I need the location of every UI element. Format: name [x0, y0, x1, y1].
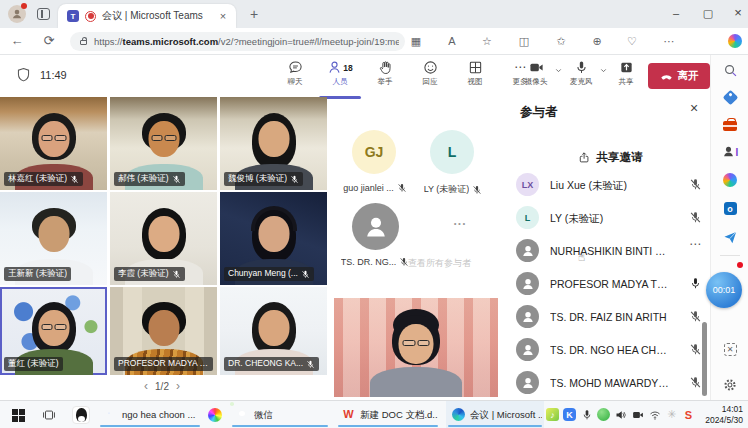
participant-row[interactable]: L LY (未验证) — [512, 203, 708, 233]
mic-muted-icon — [172, 270, 181, 279]
window-maximize-button[interactable]: ▢ — [694, 0, 722, 28]
video-tile[interactable]: 林嘉红 (未验证) — [0, 97, 107, 190]
panel-close-icon[interactable]: × — [684, 100, 704, 116]
taskbar-clock[interactable]: 14:01 2024/5/30 — [691, 404, 743, 426]
avatar-placeholder — [516, 239, 539, 262]
qq-icon — [76, 408, 87, 422]
tray-k-app-icon[interactable]: K — [563, 408, 576, 421]
meeting-elapsed-time: 11:49 — [40, 69, 67, 81]
tray-music-icon[interactable]: ♪ — [546, 408, 559, 421]
participant-row[interactable]: TS. MOHD MAWARDY BIN AB... — [512, 368, 708, 398]
view-button[interactable]: 视图 — [456, 60, 494, 94]
prev-page-icon[interactable]: ‹ — [144, 379, 148, 393]
participant-row[interactable]: TS. DR. FAIZ BIN ARITH — [512, 302, 708, 332]
read-aloud-icon[interactable]: A — [440, 28, 464, 54]
mic-chevron-icon[interactable] — [598, 60, 609, 94]
taskbar-app-wechat[interactable]: 微信 — [230, 401, 330, 428]
featured-video-tile[interactable] — [334, 298, 498, 397]
participant-row[interactable]: NURHASHIKIN BINTI MOHD S... ⋯ — [512, 236, 708, 266]
browser-tab-active[interactable]: T 会议 | Microsoft Teams × — [58, 4, 236, 28]
taskbar-app-wps[interactable]: W 新建 DOC 文档.d... — [336, 401, 440, 428]
view-icon — [468, 60, 483, 75]
react-button[interactable]: 回应 — [411, 60, 449, 94]
leave-button[interactable]: 离开 — [648, 63, 710, 89]
split-screen-icon[interactable]: ◫ — [512, 28, 536, 54]
mic-muted-icon[interactable] — [689, 211, 702, 224]
tab-close-icon[interactable]: × — [215, 4, 231, 28]
task-view-icon[interactable] — [42, 408, 56, 422]
start-button[interactable] — [12, 409, 25, 422]
panel-scrollbar[interactable] — [702, 322, 707, 396]
mic-muted-icon[interactable] — [689, 376, 702, 389]
avatar-initials[interactable]: GJ — [352, 130, 396, 174]
video-tile[interactable]: 王新新 (未验证) — [0, 192, 107, 285]
window-close-button[interactable]: × — [724, 0, 748, 28]
new-tab-button[interactable]: + — [244, 0, 264, 28]
sidebar-search-icon[interactable] — [711, 63, 748, 78]
mic-on-icon[interactable] — [689, 277, 702, 290]
video-tile[interactable]: 郝伟 (未验证) — [110, 97, 217, 190]
favorite-star-icon[interactable]: ☆ — [475, 28, 499, 54]
next-page-icon[interactable]: › — [176, 379, 180, 393]
tray-network-icon[interactable] — [648, 408, 661, 421]
workspaces-icon[interactable] — [37, 8, 50, 20]
browser-essentials-icon[interactable]: ♡ — [620, 28, 644, 54]
sidebar-drop-icon[interactable] — [711, 230, 748, 245]
video-tile-active-speaker[interactable]: 董红 (未验证) — [0, 287, 107, 375]
taskbar-app-edge[interactable]: 会议 | Microsoft ... — [446, 401, 544, 428]
mic-muted-icon[interactable] — [689, 178, 702, 191]
people-button[interactable]: 18人员 — [321, 60, 359, 94]
site-lock-icon[interactable] — [80, 40, 87, 45]
window-minimize-button[interactable]: – — [662, 0, 690, 28]
sidebar-shopping-tag-icon[interactable] — [711, 92, 748, 103]
participant-row[interactable]: PROFESOR MADYA TS. DR. M... — [512, 269, 708, 299]
video-tile[interactable]: DR. CHEONG KA... — [220, 287, 327, 375]
tray-volume-icon[interactable] — [614, 408, 627, 421]
tray-camera-icon[interactable] — [631, 408, 644, 421]
video-tile[interactable]: 李霞 (未验证) — [110, 192, 217, 285]
recording-timer-bubble[interactable]: 00:01 — [706, 272, 742, 308]
participant-row[interactable]: TS. DR. NGO HEA CHOON — [512, 335, 708, 365]
video-tile[interactable]: PROFESOR MADYA T... — [110, 287, 217, 375]
tab-groups-icon[interactable]: ⊕ — [585, 28, 609, 54]
chat-button[interactable]: 聊天 — [276, 60, 314, 94]
sidebar-hide-icon[interactable]: ✕ — [711, 343, 748, 356]
tray-flower-icon[interactable]: ✳ — [665, 408, 678, 421]
row-more-icon[interactable]: ⋯ — [689, 237, 702, 251]
camera-chevron-icon[interactable] — [553, 60, 564, 94]
mic-button[interactable]: 麦克风 — [564, 60, 598, 94]
name-tag: 魏俊博 (未验证) — [224, 172, 303, 186]
video-tile[interactable]: Chunyan Meng (... — [220, 192, 327, 285]
tray-safety-orb-icon[interactable] — [597, 408, 610, 421]
share-button[interactable]: 共享 — [609, 60, 643, 94]
refresh-button[interactable]: ⟳ — [38, 28, 60, 54]
share-invite-button[interactable]: 共享邀请 — [515, 150, 705, 165]
video-tile[interactable]: 魏俊博 (未验证) — [220, 97, 327, 190]
back-button[interactable]: ← — [6, 28, 28, 54]
media-controls-icon[interactable]: ▦ — [404, 28, 428, 54]
avatar-placeholder[interactable] — [352, 203, 399, 250]
sidebar-outlook-icon[interactable]: o — [711, 202, 748, 215]
participant-row[interactable]: LX Liu Xue (未验证) — [512, 170, 708, 200]
mic-muted-icon — [70, 175, 79, 184]
url-text[interactable]: https://teams.microsoft.com/v2/?meetingj… — [94, 32, 399, 51]
address-bar[interactable]: https://teams.microsoft.com/v2/?meetingj… — [70, 32, 405, 51]
mic-muted-icon[interactable] — [689, 310, 702, 323]
sidebar-games-icon[interactable]: I — [711, 145, 748, 158]
mic-muted-icon[interactable] — [689, 343, 702, 356]
camera-button[interactable]: 摄像头 — [519, 60, 553, 94]
taskbar-app-qq[interactable] — [72, 406, 90, 424]
collections-icon[interactable]: ✩ — [549, 28, 573, 54]
taskbar-app-colorwheel[interactable] — [208, 408, 222, 422]
tray-mic-icon[interactable] — [580, 408, 593, 421]
avatar-initials[interactable]: L — [430, 130, 474, 174]
clock-date: 2024/5/30 — [691, 415, 743, 426]
copilot-icon[interactable] — [728, 34, 742, 48]
taskbar-app-chrome[interactable]: ngo hea choon ... — [98, 401, 202, 428]
sidebar-settings-gear-icon[interactable] — [711, 378, 748, 392]
view-all-participants-link[interactable]: 查看所有参与者 — [408, 257, 508, 270]
sidebar-copilot-icon[interactable] — [711, 173, 748, 187]
browser-more-icon[interactable]: ⋯ — [657, 28, 681, 54]
raise-hand-button[interactable]: 举手 — [366, 60, 404, 94]
sidebar-tools-icon[interactable] — [711, 117, 748, 131]
